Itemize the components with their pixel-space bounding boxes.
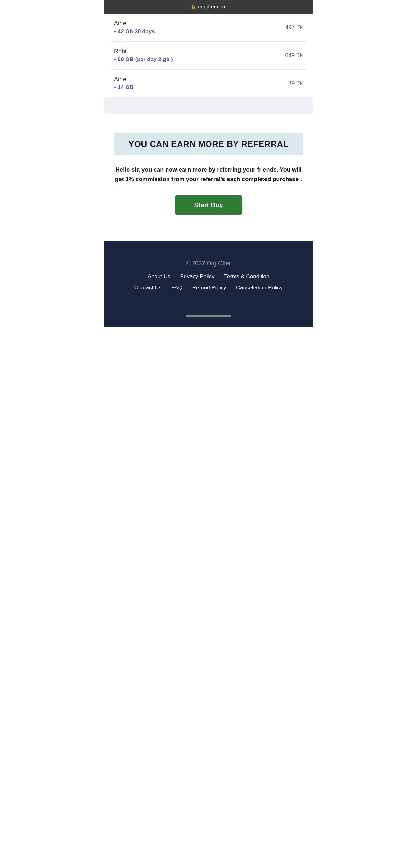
- provider-label: Airtel: [114, 76, 134, 83]
- gray-divider: [105, 97, 312, 114]
- data-list: Airtel • 42 Gb 30 days 497 Tk Robi • 60 …: [105, 14, 312, 97]
- browser-url: orgoffer.com: [198, 4, 227, 10]
- detail-label: • 42 Gb 30 days: [114, 28, 155, 35]
- referral-description: Hello sir, you can now earn more by refe…: [114, 165, 303, 184]
- footer-link-privacy[interactable]: Privacy Policy: [180, 274, 215, 280]
- footer-link-terms[interactable]: Terms & Condition: [224, 274, 269, 280]
- table-row: Airtel • 42 Gb 30 days 497 Tk: [111, 14, 306, 42]
- row-left: Airtel • 42 Gb 30 days: [114, 20, 155, 35]
- lock-icon: 🔒: [190, 4, 196, 9]
- provider-label: Robi: [114, 48, 173, 55]
- provider-label: Airtel: [114, 20, 155, 27]
- footer-link-faq[interactable]: FAQ: [172, 285, 182, 291]
- referral-heading-box: YOU CAN EARN MORE BY REFERRAL: [114, 133, 303, 155]
- referral-heading-text: YOU CAN EARN MORE BY REFERRAL: [128, 139, 289, 149]
- footer-links-row-1: About Us Privacy Policy Terms & Conditio…: [111, 274, 306, 280]
- footer-link-refund[interactable]: Refund Policy: [192, 285, 227, 291]
- detail-label: • 60 GB (per day 2 gb ): [114, 56, 173, 63]
- footer-link-cancellation[interactable]: Cancellation Policy: [236, 285, 283, 291]
- home-indicator: [105, 309, 312, 327]
- row-left: Robi • 60 GB (per day 2 gb ): [114, 48, 173, 63]
- footer: © 2022 Org Offer About Us Privacy Policy…: [105, 241, 312, 309]
- price-label: 89 Tk: [288, 80, 303, 87]
- price-label: 649 Tk: [285, 52, 303, 59]
- home-bar: [186, 315, 231, 317]
- price-label: 497 Tk: [285, 24, 303, 31]
- row-left: Airtel • 14 GB: [114, 76, 134, 91]
- start-buy-button[interactable]: Start Buy: [175, 195, 243, 215]
- browser-bar: 🔒 orgoffer.com: [105, 0, 312, 14]
- table-row: Robi • 60 GB (per day 2 gb ) 649 Tk: [111, 42, 306, 70]
- footer-link-contact[interactable]: Contact Us: [135, 285, 162, 291]
- footer-copyright: © 2022 Org Offer: [111, 260, 306, 267]
- table-row: Airtel • 14 GB 89 Tk: [111, 70, 306, 97]
- referral-section: YOU CAN EARN MORE BY REFERRAL Hello sir,…: [105, 114, 312, 241]
- footer-link-about[interactable]: About Us: [148, 274, 171, 280]
- detail-label: • 14 GB: [114, 84, 134, 91]
- footer-links-row-2: Contact Us FAQ Refund Policy Cancellatio…: [111, 285, 306, 291]
